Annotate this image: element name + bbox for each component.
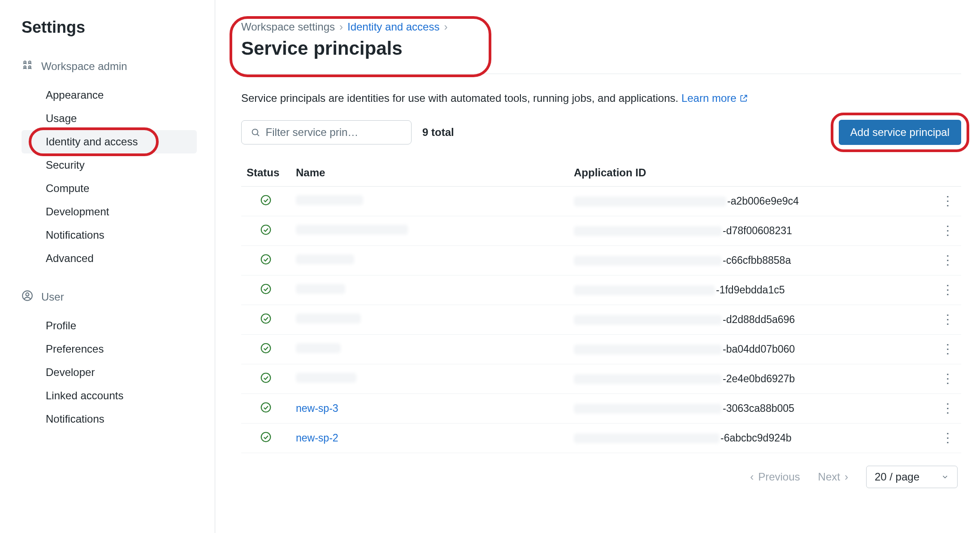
sidebar-item-identity-and-access[interactable]: Identity and access (22, 130, 197, 153)
svg-point-16 (261, 432, 271, 441)
row-menu-cell: ⋮ (934, 335, 961, 364)
redacted-appid-prefix (574, 256, 722, 266)
sidebar-item-label: Notifications (46, 413, 104, 425)
status-cell (241, 364, 291, 394)
name-cell (291, 187, 568, 216)
svg-line-7 (257, 134, 259, 136)
kebab-menu-icon[interactable]: ⋮ (941, 401, 954, 415)
search-icon (251, 127, 260, 138)
row-menu-cell: ⋮ (934, 187, 961, 216)
kebab-menu-icon[interactable]: ⋮ (941, 431, 954, 445)
next-label: Next (818, 471, 840, 483)
svg-point-11 (261, 284, 271, 293)
kebab-menu-icon[interactable]: ⋮ (941, 223, 954, 237)
status-cell (241, 187, 291, 216)
svg-point-13 (261, 343, 271, 353)
kebab-menu-icon[interactable]: ⋮ (941, 283, 954, 297)
status-ok-icon (260, 256, 272, 267)
appid-suffix: -3063ca88b005 (723, 402, 794, 415)
chevron-right-icon: › (444, 21, 447, 33)
status-ok-icon (260, 226, 272, 238)
status-cell (241, 275, 291, 305)
sidebar-item-advanced[interactable]: Advanced (22, 247, 197, 270)
appid-suffix: -d2d88dd5a696 (723, 314, 795, 326)
filter-input[interactable] (266, 126, 402, 139)
chevron-right-icon: › (845, 471, 848, 483)
redacted-appid-prefix (574, 345, 722, 354)
learn-more-label: Learn more (681, 92, 737, 105)
status-cell (241, 424, 291, 453)
sidebar-item-security[interactable]: Security (22, 153, 197, 177)
sidebar-item-label: Preferences (46, 343, 104, 355)
status-cell (241, 246, 291, 275)
svg-point-14 (261, 373, 271, 382)
prev-page-button[interactable]: ‹ Previous (750, 471, 800, 483)
breadcrumb-item[interactable]: Workspace settings (241, 21, 335, 33)
sidebar-section-label: User (41, 291, 64, 303)
chevron-right-icon: › (339, 21, 343, 33)
name-cell (291, 246, 568, 275)
appid-suffix: -a2b006e9e9c4 (727, 195, 799, 207)
row-menu-cell: ⋮ (934, 275, 961, 305)
status-ok-icon (260, 345, 272, 356)
table-row: new-sp-3-3063ca88b005⋮ (241, 394, 961, 424)
sidebar-item-appearance[interactable]: Appearance (22, 83, 197, 107)
next-page-button[interactable]: Next › (818, 471, 848, 483)
divider (241, 74, 961, 74)
status-ok-icon (260, 285, 272, 297)
learn-more-link[interactable]: Learn more (681, 92, 748, 105)
page-title: Service principals (241, 38, 961, 59)
name-label[interactable]: new-sp-2 (296, 432, 338, 444)
sidebar-item-label: Usage (46, 112, 77, 125)
sidebar-item-compute[interactable]: Compute (22, 177, 197, 200)
redacted-appid-prefix (574, 285, 715, 295)
sidebar-title: Settings (22, 18, 197, 37)
sidebar-item-developer[interactable]: Developer (22, 361, 197, 384)
redacted-appid-prefix (574, 226, 722, 236)
svg-point-8 (261, 195, 271, 205)
name-cell[interactable]: new-sp-3 (291, 394, 568, 424)
row-menu-cell: ⋮ (934, 364, 961, 394)
sidebar-section-header: Workspace admin (22, 59, 197, 74)
sidebar-item-development[interactable]: Development (22, 200, 197, 223)
redacted-name (296, 195, 363, 205)
status-cell (241, 394, 291, 424)
kebab-menu-icon[interactable]: ⋮ (941, 371, 954, 385)
redacted-appid-prefix (574, 315, 722, 325)
sidebar-item-label: Profile (46, 319, 76, 332)
sidebar-item-label: Development (46, 205, 109, 218)
name-cell[interactable]: new-sp-2 (291, 424, 568, 453)
sidebar-item-profile[interactable]: Profile (22, 314, 197, 337)
column-header-status[interactable]: Status (241, 159, 291, 187)
appid-cell: -2e4e0bd6927b (568, 364, 934, 394)
redacted-appid-prefix (574, 433, 720, 443)
breadcrumb-item[interactable]: Identity and access (347, 21, 439, 33)
appid-cell: -d78f00608231 (568, 216, 934, 246)
page-size-select[interactable]: 20 / page (866, 466, 958, 488)
row-menu-cell: ⋮ (934, 394, 961, 424)
sidebar-item-label: Identity and access (46, 135, 138, 148)
status-cell (241, 335, 291, 364)
sidebar-item-linked-accounts[interactable]: Linked accounts (22, 384, 197, 407)
sidebar-item-label: Advanced (46, 252, 94, 265)
svg-point-15 (261, 402, 271, 412)
add-service-principal-button[interactable]: Add service principal (839, 120, 961, 145)
kebab-menu-icon[interactable]: ⋮ (941, 194, 954, 208)
sidebar-item-notifications[interactable]: Notifications (22, 407, 197, 431)
sidebar-item-notifications[interactable]: Notifications (22, 223, 197, 247)
appid-suffix: -c66cfbb8858a (723, 254, 791, 266)
column-header-appid[interactable]: Application ID (568, 159, 934, 187)
sidebar-item-preferences[interactable]: Preferences (22, 337, 197, 361)
redacted-appid-prefix (574, 404, 722, 414)
row-menu-cell: ⋮ (934, 246, 961, 275)
kebab-menu-icon[interactable]: ⋮ (941, 312, 954, 326)
appid-suffix: -1fd9ebdda1c5 (716, 284, 785, 296)
name-label[interactable]: new-sp-3 (296, 402, 338, 414)
table-row: -2e4e0bd6927b⋮ (241, 364, 961, 394)
column-header-name[interactable]: Name (291, 159, 568, 187)
kebab-menu-icon[interactable]: ⋮ (941, 253, 954, 267)
filter-input-wrapper[interactable] (241, 120, 412, 144)
svg-point-6 (252, 129, 258, 135)
kebab-menu-icon[interactable]: ⋮ (941, 342, 954, 356)
sidebar-item-usage[interactable]: Usage (22, 107, 197, 130)
